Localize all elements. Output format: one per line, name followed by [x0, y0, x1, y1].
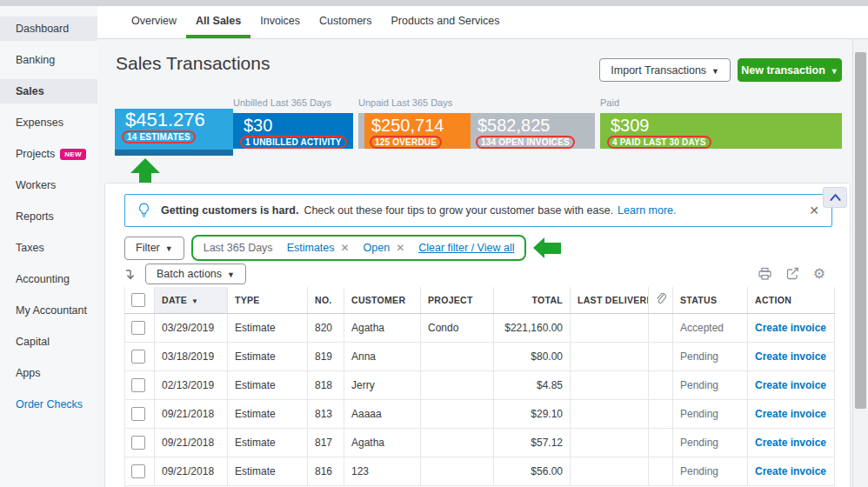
tab-customers[interactable]: Customers: [310, 6, 381, 38]
vertical-scrollbar[interactable]: [852, 39, 868, 487]
transactions-card: Getting customers is hard. Check out the…: [104, 183, 851, 487]
create-invoice-link[interactable]: Create invoice: [755, 465, 826, 477]
row-checkbox[interactable]: [131, 436, 145, 450]
header-no[interactable]: NO.: [308, 287, 344, 313]
table-row[interactable]: 03/29/2019Estimate820AgathaCondo$221,160…: [125, 313, 835, 342]
sidebar-item-workers[interactable]: Workers: [0, 173, 97, 197]
header-type[interactable]: TYPE: [228, 287, 308, 313]
chevron-down-icon: ▼: [165, 244, 173, 253]
table-row[interactable]: 09/21/2018Estimate813Aaaaa$29.10PendingC…: [125, 399, 835, 428]
tab-all-sales[interactable]: All Sales: [186, 6, 250, 38]
tab-overview[interactable]: Overview: [122, 6, 186, 38]
clear-filter-link[interactable]: Clear filter / View all: [418, 242, 514, 254]
sidebar-item-label: Sales: [16, 85, 44, 97]
sidebar-item-projects[interactable]: ProjectsNEW: [0, 142, 97, 166]
filter-button[interactable]: Filter▼: [124, 237, 184, 260]
cell-project: [421, 370, 494, 399]
collapse-rows-icon[interactable]: [124, 268, 137, 281]
learn-more-link[interactable]: Learn more.: [618, 204, 676, 217]
cell-project: [421, 342, 494, 370]
batch-actions-button[interactable]: Batch actions▼: [145, 264, 246, 284]
sidebar-item-order-checks[interactable]: Order Checks: [0, 392, 97, 417]
overdue-tile[interactable]: $250,714 125 OVERDUE: [364, 113, 471, 149]
create-invoice-link[interactable]: Create invoice: [755, 350, 826, 363]
filter-chip-estimates: Estimates✕: [287, 242, 350, 254]
sidebar-item-apps[interactable]: Apps: [0, 361, 97, 385]
row-checkbox[interactable]: [131, 378, 145, 392]
money-bar-label-unpaid: Unpaid Last 365 Days: [358, 97, 452, 108]
header-project[interactable]: PROJECT: [421, 287, 494, 313]
sidebar-item-taxes[interactable]: Taxes: [0, 236, 97, 260]
select-all-checkbox[interactable]: [131, 293, 145, 307]
create-invoice-link[interactable]: Create invoice: [755, 322, 826, 334]
sidebar-item-banking[interactable]: Banking: [0, 48, 97, 72]
header-customer[interactable]: CUSTOMER: [344, 287, 421, 313]
close-icon[interactable]: ✕: [809, 203, 819, 217]
sidebar-item-capital[interactable]: Capital: [0, 330, 97, 354]
cell-type: Estimate: [228, 370, 308, 399]
row-checkbox[interactable]: [131, 350, 145, 364]
row-checkbox[interactable]: [131, 464, 145, 478]
sidebar-item-sales[interactable]: Sales: [0, 79, 97, 103]
row-checkbox[interactable]: [131, 321, 145, 335]
export-icon[interactable]: [785, 267, 800, 281]
estimates-tile[interactable]: $451.276 14 ESTIMATES: [115, 109, 233, 156]
table-row[interactable]: 02/13/2019Estimate818Jerry$4.85PendingCr…: [125, 370, 835, 399]
scrollbar-thumb[interactable]: [855, 52, 866, 409]
gear-icon[interactable]: ⚙: [813, 267, 825, 281]
cell-last-delivered: [571, 457, 649, 485]
filter-chip-label: Estimates: [287, 242, 335, 254]
cell-total: $56.00: [494, 457, 571, 485]
create-invoice-link[interactable]: Create invoice: [755, 437, 826, 449]
remove-chip-icon[interactable]: ✕: [341, 242, 350, 254]
banner-bold-text: Getting customers is hard.: [161, 204, 298, 217]
paid-amount: $309: [600, 113, 842, 135]
estimates-amount: $451.276: [115, 109, 233, 130]
filter-chip-open: Open✕: [364, 242, 405, 254]
paid-tile[interactable]: $309 4 PAID LAST 30 DAYS: [600, 113, 842, 149]
sort-desc-icon: ▼: [191, 297, 198, 305]
sidebar-item-accounting[interactable]: Accounting: [0, 267, 97, 291]
row-checkbox[interactable]: [131, 407, 145, 421]
sidebar-item-reports[interactable]: Reports: [0, 204, 97, 229]
import-transactions-button[interactable]: Import Transactions▼: [599, 58, 731, 82]
remove-chip-icon[interactable]: ✕: [396, 242, 404, 254]
header-total[interactable]: TOTAL: [494, 287, 571, 313]
table-row[interactable]: 09/21/2018Estimate816123$56.00PendingCre…: [125, 457, 835, 485]
cell-date: 09/21/2018: [155, 428, 228, 457]
money-bar: Unbilled Last 365 Days Unpaid Last 365 D…: [97, 96, 868, 187]
sidebar-item-label: Dashboard: [16, 23, 69, 35]
create-invoice-link[interactable]: Create invoice: [755, 408, 826, 420]
cell-last-delivered: [571, 342, 649, 370]
tab-invoices[interactable]: Invoices: [250, 6, 310, 38]
sidebar-item-my-accountant[interactable]: My Accountant: [0, 298, 97, 323]
unbilled-activity-tile[interactable]: $30 1 UNBILLED ACTIVITY: [233, 113, 353, 149]
cell-checkbox: [125, 428, 155, 457]
cell-date: 09/21/2018: [155, 457, 228, 485]
header-status[interactable]: STATUS: [673, 287, 748, 313]
cell-action: Create invoice▾: [748, 342, 835, 370]
header-action[interactable]: ACTION: [748, 287, 835, 313]
cell-attachment: [649, 370, 673, 399]
new-transaction-button[interactable]: New transaction▼: [738, 58, 842, 82]
sidebar-item-dashboard[interactable]: Dashboard: [0, 17, 97, 41]
header-last-delivered[interactable]: LAST DELIVERED: [571, 287, 649, 313]
collapse-money-bar-button[interactable]: [823, 187, 847, 208]
money-bar-label-paid: Paid: [600, 97, 619, 108]
sidebar-item-expenses[interactable]: Expenses: [0, 110, 97, 135]
chevron-down-icon: ▼: [227, 270, 235, 279]
print-icon[interactable]: [758, 267, 772, 281]
cell-status: Pending: [673, 342, 748, 370]
table-row[interactable]: 03/18/2019Estimate819Anna$80.00PendingCr…: [125, 342, 835, 370]
new-badge: NEW: [60, 149, 86, 160]
create-invoice-link[interactable]: Create invoice: [755, 379, 826, 391]
tab-products-and-services[interactable]: Products and Services: [382, 6, 510, 38]
unbilled-amount: $30: [233, 113, 353, 135]
chips-slot: Estimates✕Open✕: [287, 242, 405, 254]
header-date[interactable]: DATE▼: [155, 287, 228, 313]
table-row[interactable]: 09/21/2018Estimate817Agatha$57.12Pending…: [125, 428, 835, 457]
cell-action: Create invoice▾: [748, 428, 835, 457]
open-invoices-tile[interactable]: $582,825 134 OPEN INVOICES: [471, 113, 595, 149]
cell-no: 813: [308, 399, 344, 428]
cell-customer: 123: [344, 457, 421, 485]
